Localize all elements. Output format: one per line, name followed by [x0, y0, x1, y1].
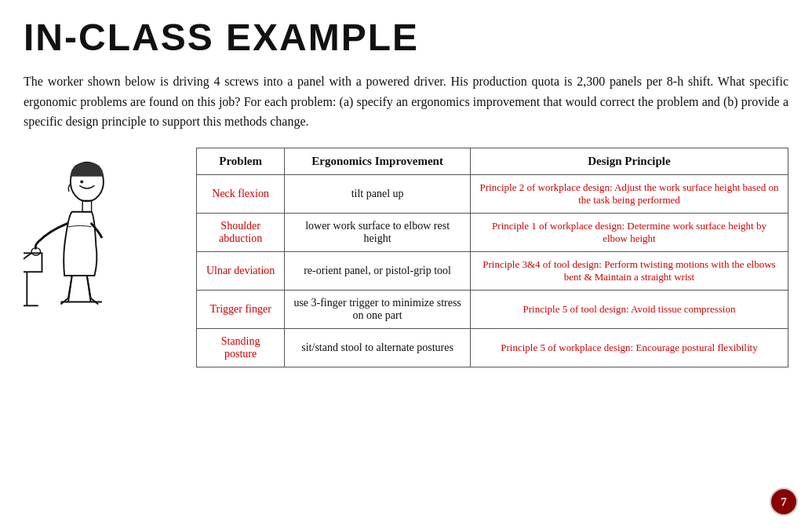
svg-line-4: [24, 253, 31, 259]
table-row: Shoulder abductionlower work surface to …: [197, 213, 788, 251]
principle-cell: Principle 3&4 of tool design: Perform tw…: [470, 251, 788, 290]
improvement-cell: sit/stand stool to alternate postures: [285, 328, 471, 367]
principle-cell: Principle 5 of workplace design: Encoura…: [470, 328, 788, 367]
principle-cell: Principle 1 of workplace design: Determi…: [470, 213, 788, 251]
svg-point-1: [80, 180, 83, 183]
problem-cell: Shoulder abduction: [197, 213, 285, 251]
table-header-row: Problem Ergonomics Improvement Design Pr…: [197, 148, 788, 174]
col-header-problem: Problem: [197, 148, 285, 174]
principle-cell: Principle 2 of workplace design: Adjust …: [470, 174, 788, 213]
problem-cell: Neck flexion: [197, 174, 285, 213]
svg-rect-5: [24, 253, 42, 272]
page-number-badge: 7: [770, 488, 798, 516]
table-row: Standing posturesit/stand stool to alter…: [197, 328, 788, 367]
content-area: Problem Ergonomics Improvement Design Pr…: [24, 148, 788, 367]
worker-svg: [24, 155, 180, 328]
col-header-principle: Design Principle: [470, 148, 788, 174]
problem-cell: Trigger finger: [197, 290, 285, 328]
table-row: Ulnar deviationre-orient panel, or pisto…: [197, 251, 788, 290]
table-row: Trigger fingeruse 3-finger trigger to mi…: [197, 290, 788, 328]
table-row: Neck flexiontilt panel upPrinciple 2 of …: [197, 174, 788, 213]
col-header-improvement: Ergonomics Improvement: [285, 148, 471, 174]
improvement-cell: lower work surface to elbow rest height: [285, 213, 471, 251]
problem-cell: Ulnar deviation: [197, 251, 285, 290]
improvement-cell: tilt panel up: [285, 174, 471, 213]
worker-illustration: [24, 155, 180, 331]
problem-cell: Standing posture: [197, 328, 285, 367]
principle-cell: Principle 5 of tool design: Avoid tissue…: [470, 290, 788, 328]
svg-rect-2: [82, 200, 91, 211]
ergonomics-table-container: Problem Ergonomics Improvement Design Pr…: [196, 148, 788, 367]
intro-paragraph: The worker shown below is driving 4 scre…: [24, 71, 788, 132]
improvement-cell: use 3-finger trigger to minimize stress …: [285, 290, 471, 328]
page-number: 7: [781, 495, 787, 509]
page-title: IN-CLASS EXAMPLE: [24, 16, 788, 59]
ergonomics-table: Problem Ergonomics Improvement Design Pr…: [196, 148, 788, 367]
improvement-cell: re-orient panel, or pistol-grip tool: [285, 251, 471, 290]
